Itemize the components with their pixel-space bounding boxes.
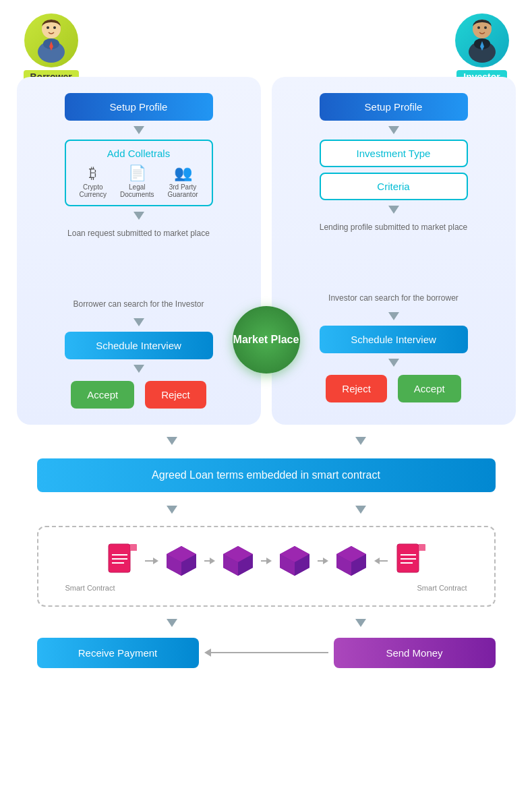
bc-arrow-3 bbox=[261, 558, 272, 564]
bc-arrowhead-3 bbox=[266, 558, 272, 564]
bc-arrowhead-1 bbox=[153, 558, 158, 564]
bc-arrowhead-2 bbox=[210, 558, 215, 564]
investor-schedule-button[interactable]: Schedule Interview bbox=[320, 326, 468, 353]
bc-line-4 bbox=[318, 560, 323, 562]
borrower-persona: Borrower bbox=[24, 13, 79, 84]
bottom-arrow-right-2 bbox=[355, 506, 366, 514]
borrower-avatar bbox=[24, 13, 78, 67]
bc-arrow-2 bbox=[204, 558, 215, 564]
smart-contract-label-right: Smart Contract bbox=[417, 584, 467, 592]
cube-svg-1 bbox=[164, 543, 199, 578]
blockchain-labels-row: Smart Contract Smart Contract bbox=[59, 581, 474, 592]
investor-accept-button[interactable]: Accept bbox=[398, 375, 461, 402]
investor-avatar bbox=[455, 13, 509, 67]
bottom-arrow-left-2 bbox=[167, 506, 177, 514]
borrower-reject-button[interactable]: Reject bbox=[145, 381, 206, 409]
collateral-guarantor: 👥 3rd PartyGuarantor bbox=[168, 164, 198, 198]
cube-1 bbox=[164, 543, 199, 578]
svg-point-5 bbox=[53, 26, 56, 29]
borrower-decision-row: Accept Reject bbox=[71, 381, 206, 409]
cube-svg-2 bbox=[220, 543, 256, 578]
agreed-loan-button[interactable]: Agreed Loan terms embedded in smart cont… bbox=[37, 458, 496, 492]
collateral-box: Add Colletrals ₿ CryptoCurrency 📄 LegalD… bbox=[65, 140, 213, 206]
investor-arrow-3 bbox=[388, 312, 399, 320]
blockchain-row bbox=[59, 541, 474, 581]
borrower-arrow-4 bbox=[134, 365, 144, 373]
investor-setup-segment: Setup Profile bbox=[320, 93, 468, 121]
receive-payment-button[interactable]: Receive Payment bbox=[37, 638, 199, 668]
borrower-search-text: Borrower can search for the Investor bbox=[73, 299, 204, 310]
guarantor-label: 3rd PartyGuarantor bbox=[168, 183, 198, 198]
investor-persona: Investor bbox=[455, 13, 509, 84]
bottom-section: Agreed Loan terms embedded in smart cont… bbox=[17, 431, 516, 668]
investor-setup-profile-button[interactable]: Setup Profile bbox=[320, 93, 468, 121]
cube-4 bbox=[334, 543, 369, 578]
cube-svg-4 bbox=[334, 543, 369, 578]
lending-profile-text: Lending profile submitted to market plac… bbox=[320, 222, 467, 233]
investor-arrow-1 bbox=[388, 126, 399, 134]
borrower-arrow-3 bbox=[134, 318, 144, 326]
cube-2 bbox=[220, 543, 256, 578]
payment-arrow-right bbox=[355, 619, 366, 627]
borrower-arrow-2 bbox=[134, 212, 144, 220]
doc-svg-right bbox=[396, 543, 425, 579]
svg-point-11 bbox=[484, 26, 487, 29]
bc-arrowhead-4 bbox=[323, 558, 328, 564]
bc-arrowhead-5 bbox=[374, 558, 380, 564]
investor-panel: Setup Profile Investment Type Criteria L… bbox=[272, 77, 516, 425]
bottom-arrows-row-2 bbox=[17, 500, 516, 519]
cube-svg-3 bbox=[277, 543, 312, 578]
smart-contract-doc-right bbox=[393, 541, 428, 581]
bottom-arrow-left bbox=[167, 437, 177, 445]
borrower-setup-profile-button[interactable]: Setup Profile bbox=[65, 93, 213, 121]
cube-3 bbox=[277, 543, 312, 578]
svg-rect-36 bbox=[419, 544, 425, 551]
investor-search-text: Investor can search for the borrower bbox=[328, 293, 459, 304]
send-money-button[interactable]: Send Money bbox=[334, 638, 496, 668]
bottom-arrow-right bbox=[355, 437, 366, 445]
legal-icon: 📄 bbox=[128, 164, 146, 182]
criteria-button[interactable]: Criteria bbox=[320, 173, 468, 200]
marketplace-label: Market Place bbox=[233, 333, 299, 347]
bc-line-1 bbox=[145, 560, 153, 562]
smart-contract-doc-left bbox=[105, 541, 140, 581]
borrower-arrow-1 bbox=[134, 126, 144, 134]
bc-arrow-4 bbox=[318, 558, 328, 564]
bc-line-5 bbox=[380, 560, 388, 562]
investor-arrow-4 bbox=[388, 359, 399, 367]
marketplace-wrapper: Market Place bbox=[233, 306, 300, 373]
collateral-items: ₿ CryptoCurrency 📄 LegalDocuments 👥 3rd … bbox=[74, 164, 204, 198]
guarantor-icon: 👥 bbox=[174, 164, 192, 182]
investor-reject-button[interactable]: Reject bbox=[326, 375, 387, 402]
svg-point-4 bbox=[47, 26, 49, 29]
bc-arrow-1 bbox=[145, 558, 158, 564]
borrower-accept-button[interactable]: Accept bbox=[71, 381, 134, 409]
borrower-avatar-svg bbox=[31, 17, 71, 64]
payment-arrow-line bbox=[211, 652, 328, 653]
blockchain-box: Smart Contract Smart Contract bbox=[37, 526, 496, 607]
investor-decision-row: Reject Accept bbox=[326, 375, 461, 402]
borrower-panel: Setup Profile Add Colletrals ₿ CryptoCur… bbox=[17, 77, 261, 425]
svg-rect-14 bbox=[130, 544, 137, 551]
marketplace-circle: Market Place bbox=[233, 306, 300, 373]
collateral-title: Add Colletrals bbox=[74, 148, 204, 159]
collateral-legal: 📄 LegalDocuments bbox=[120, 164, 154, 198]
personas-row: Borrower bbox=[24, 13, 509, 84]
payment-arrow-left-head bbox=[204, 649, 211, 657]
doc-svg-left bbox=[107, 543, 137, 579]
legal-label: LegalDocuments bbox=[120, 183, 154, 198]
payment-arrow-left bbox=[167, 619, 177, 627]
crypto-label: CryptoCurrency bbox=[79, 183, 107, 198]
investor-arrow-2 bbox=[388, 206, 399, 214]
loan-request-text: Loan request submitted to market place bbox=[67, 228, 210, 239]
collateral-crypto: ₿ CryptoCurrency bbox=[79, 164, 107, 198]
bc-arrow-5 bbox=[374, 558, 388, 564]
bottom-arrows-row bbox=[17, 431, 516, 450]
investment-type-button[interactable]: Investment Type bbox=[320, 140, 468, 167]
payment-arrows-row bbox=[17, 613, 516, 632]
panels-wrapper: Market Place Setup Profile Add Colletral… bbox=[17, 84, 516, 425]
smart-contract-label-left: Smart Contract bbox=[65, 584, 115, 592]
svg-point-10 bbox=[477, 26, 480, 29]
borrower-schedule-button[interactable]: Schedule Interview bbox=[65, 332, 213, 359]
investor-avatar-svg bbox=[462, 17, 502, 64]
